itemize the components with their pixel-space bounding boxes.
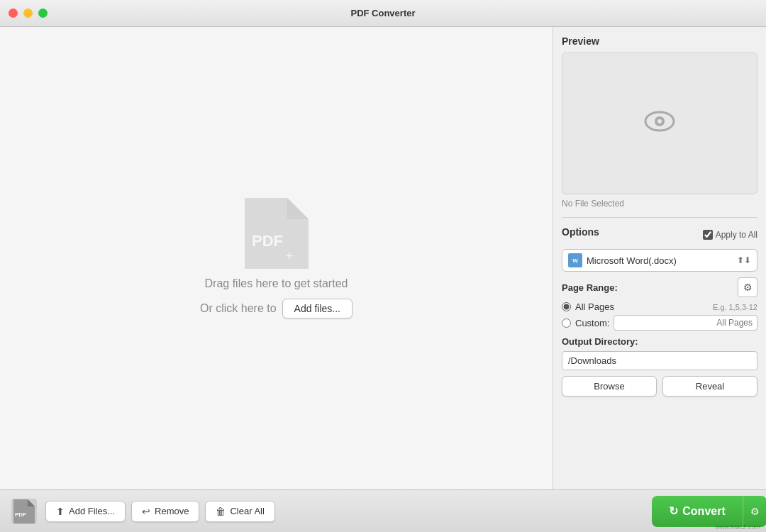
svg-point-6 xyxy=(657,119,662,123)
all-pages-label: All Pages xyxy=(575,301,614,312)
page-range-gear-button[interactable]: ⚙ xyxy=(738,277,757,297)
svg-marker-8 xyxy=(28,499,35,506)
toolbar-pdf-thumbnail: PDF xyxy=(11,499,37,524)
click-row: Or click here to Add files... xyxy=(200,299,353,318)
gear-icon: ⚙ xyxy=(743,282,753,293)
main-content: PDF + Drag files here to get started Or … xyxy=(0,27,766,489)
click-prefix: Or click here to xyxy=(200,302,277,315)
drag-text: Drag files here to get started xyxy=(205,277,348,290)
apply-to-all-checkbox[interactable] xyxy=(703,230,713,240)
options-title: Options xyxy=(562,226,599,238)
apply-to-all-row: Apply to All xyxy=(703,230,757,240)
dir-buttons: Browse Reveal xyxy=(562,376,757,397)
reveal-button[interactable]: Reveal xyxy=(662,376,757,397)
eye-icon xyxy=(644,109,675,138)
minimize-button[interactable] xyxy=(23,9,33,18)
remove-icon: ↩ xyxy=(142,506,150,517)
pdf-drop-icon: PDF + xyxy=(245,198,309,269)
custom-row: Custom: xyxy=(562,315,757,331)
close-button[interactable] xyxy=(9,9,18,18)
preview-section: Preview No File Selected xyxy=(562,35,757,209)
custom-input[interactable] xyxy=(614,315,757,331)
drop-zone: PDF + Drag files here to get started Or … xyxy=(200,198,353,318)
toolbar-clear-all-button[interactable]: 🗑 Clear All xyxy=(205,501,274,522)
word-icon-text: W xyxy=(572,257,578,264)
toolbar-clear-all-label: Clear All xyxy=(230,506,264,516)
output-path-input[interactable] xyxy=(562,351,757,370)
svg-marker-1 xyxy=(287,198,309,219)
output-directory-label: Output Directory: xyxy=(562,336,757,347)
maximize-button[interactable] xyxy=(38,9,48,18)
preview-box xyxy=(562,52,757,194)
all-pages-radio[interactable] xyxy=(562,302,571,311)
format-arrows-icon: ⬆⬇ xyxy=(737,255,751,265)
page-range-label: Page Range: xyxy=(562,282,618,293)
add-files-inline-button[interactable]: Add files... xyxy=(282,299,353,318)
toolbar-add-files-label: Add Files... xyxy=(69,506,115,516)
convert-gear-button[interactable]: ⚙ xyxy=(743,496,766,527)
title-bar: PDF Converter xyxy=(0,0,766,27)
svg-text:PDF: PDF xyxy=(252,232,283,250)
add-files-icon: ⬆ xyxy=(56,506,65,517)
options-header: Options Apply to All xyxy=(562,226,757,243)
divider-1 xyxy=(562,217,757,218)
no-file-text: No File Selected xyxy=(562,199,757,209)
clear-all-icon: 🗑 xyxy=(216,506,226,517)
bottom-toolbar: PDF ⬆ Add Files... ↩ Remove 🗑 Clear All … xyxy=(0,489,766,532)
convert-icon: ↻ xyxy=(669,504,678,518)
watermark: www.MacZ.com xyxy=(715,523,760,531)
preview-title: Preview xyxy=(562,35,757,47)
toolbar-remove-label: Remove xyxy=(155,506,189,516)
page-range-header: Page Range: ⚙ xyxy=(562,277,757,297)
example-text: E.g. 1,5,3-12 xyxy=(713,303,757,311)
svg-text:+: + xyxy=(286,249,294,263)
custom-radio[interactable] xyxy=(562,318,571,328)
convert-label: Convert xyxy=(682,505,725,518)
format-selector[interactable]: W Microsoft Word(.docx) ⬆⬇ xyxy=(562,249,757,272)
all-pages-row: All Pages E.g. 1,5,3-12 xyxy=(562,301,757,312)
toolbar-remove-button[interactable]: ↩ Remove xyxy=(131,501,199,522)
custom-label: Custom: xyxy=(575,318,609,328)
toolbar-add-files-button[interactable]: ⬆ Add Files... xyxy=(45,501,126,522)
convert-gear-icon: ⚙ xyxy=(750,506,760,517)
right-panel: Preview No File Selected Options xyxy=(553,27,766,489)
drop-zone-panel[interactable]: PDF + Drag files here to get started Or … xyxy=(0,27,553,489)
apply-to-all-label: Apply to All xyxy=(716,230,757,240)
word-format-icon: W xyxy=(568,253,582,267)
format-left: W Microsoft Word(.docx) xyxy=(568,253,677,267)
window-title: PDF Converter xyxy=(350,8,415,18)
browse-button[interactable]: Browse xyxy=(562,376,657,397)
convert-button[interactable]: ↻ Convert xyxy=(652,496,742,527)
svg-text:PDF: PDF xyxy=(15,511,26,518)
window-controls xyxy=(9,9,48,18)
format-label: Microsoft Word(.docx) xyxy=(587,255,677,266)
options-section: Options Apply to All W Microsoft Word(.d… xyxy=(562,226,757,402)
